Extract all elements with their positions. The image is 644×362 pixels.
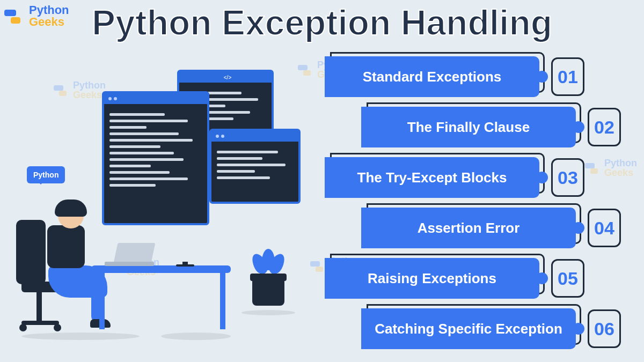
brand-logo-icon (4, 5, 26, 27)
number-badge: 01 (551, 57, 584, 96)
list-item-label: Assertion Error (410, 220, 528, 236)
list-item-label: Raising Exceptions (360, 271, 504, 286)
list-item: The Try-Except Blocks 03 (325, 157, 623, 204)
page-title: Python Exception Handling (92, 2, 552, 43)
plant-icon (252, 279, 284, 306)
list-item: Assertion Error 04 (325, 208, 623, 255)
brand-logo-text: Python Geeks (29, 4, 69, 28)
number-badge: 06 (588, 309, 621, 348)
number-badge: 02 (588, 108, 621, 146)
list-item-label: The Finally Clause (400, 120, 537, 135)
number-badge: 03 (551, 158, 584, 197)
number-badge: 05 (551, 259, 584, 298)
list-item-label: The Try-Except Blocks (350, 170, 515, 186)
list-item: Standard Exceptions 01 (325, 56, 623, 104)
topic-list: Standard Exceptions 01 The Finally Claus… (325, 56, 623, 359)
list-item-label: Standard Exceptions (355, 69, 509, 85)
list-item: Raising Exceptions 05 (325, 258, 623, 305)
list-item: Catching Specific Exception 06 (325, 308, 623, 356)
list-item-label: Catching Specific Exception (367, 321, 570, 337)
code-window-icon (209, 129, 301, 204)
illustration: </> Python (5, 70, 306, 349)
number-badge: 04 (588, 209, 621, 247)
speech-bubble: Python (27, 166, 65, 183)
list-item: The Finally Clause 02 (325, 107, 623, 154)
brand-logo: Python Geeks (4, 4, 69, 28)
